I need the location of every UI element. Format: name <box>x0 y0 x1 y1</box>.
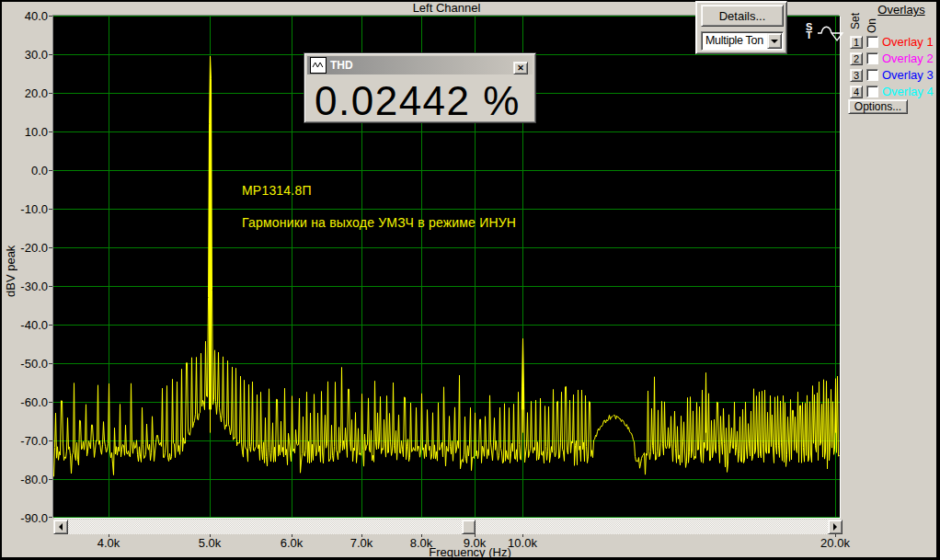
scrollbar-left-arrow[interactable] <box>53 520 68 534</box>
y-tick-label: 40.0 <box>7 9 48 23</box>
overlay-on-checkbox-4[interactable] <box>866 86 878 97</box>
y-tick-label: -10.0 <box>7 202 48 216</box>
y-tick-mark <box>49 402 52 403</box>
overlay-set-button-2[interactable]: 2 <box>850 52 863 65</box>
waveform-icon <box>310 57 327 74</box>
overlays-col-on: On <box>865 18 878 33</box>
y-tick-label: 10.0 <box>7 125 48 139</box>
details-button[interactable]: Details... <box>701 5 784 27</box>
y-tick-mark <box>49 54 52 55</box>
y-tick-label: 20.0 <box>7 86 48 100</box>
x-tick-label: 10.0k <box>495 536 550 550</box>
x-tick-label: 7.0k <box>334 536 389 550</box>
scrollbar-thumb[interactable] <box>462 520 476 534</box>
combobox-value: Multiple Ton <box>705 34 763 47</box>
y-tick-label: -20.0 <box>7 241 48 255</box>
y-tick-label: -90.0 <box>7 511 48 525</box>
overlay-label-2: Overlay 2 <box>882 51 934 65</box>
x-tick-label: 8.0k <box>394 536 449 550</box>
x-tick-label: 20.0k <box>808 536 863 550</box>
overlay-set-button-1[interactable]: 1 <box>850 36 863 49</box>
x-tick-label: 5.0k <box>182 536 237 550</box>
x-scrollbar-track[interactable] <box>53 520 843 534</box>
thd-value: 0.02442 % <box>315 78 521 124</box>
measurement-panel: Details... Multiple Ton <box>695 1 787 54</box>
y-tick-mark <box>49 286 52 287</box>
x-tick-label: 4.0k <box>81 536 136 550</box>
overlays-title: Overlays <box>868 3 934 17</box>
overlay-on-checkbox-3[interactable] <box>866 69 878 81</box>
y-axis-title: dBV peak <box>4 211 17 331</box>
measurement-mode-combobox[interactable]: Multiple Ton <box>701 31 784 51</box>
thd-window: THD ✕ 0.02442 % <box>304 52 536 123</box>
y-tick-mark <box>49 479 52 480</box>
y-tick-mark <box>49 517 52 518</box>
y-tick-label: -40.0 <box>7 318 48 332</box>
overlay-label-3: Overlay 3 <box>882 68 934 82</box>
x-scrollbar[interactable] <box>53 520 843 534</box>
options-button[interactable]: Options... <box>848 99 908 114</box>
y-tick-label: 0.0 <box>7 164 48 177</box>
thd-window-titlebar[interactable]: THD ✕ <box>307 56 533 74</box>
y-tick-mark <box>49 16 52 17</box>
plot-annotation-model: МР1314.8П <box>242 183 312 198</box>
overlay-label-1: Overlay 1 <box>882 35 934 49</box>
overlay-label-4: Overlay 4 <box>882 85 934 98</box>
thd-window-title: THD <box>330 59 353 72</box>
scrollbar-right-arrow[interactable] <box>828 520 843 534</box>
combobox-dropdown-button[interactable] <box>767 33 782 49</box>
plot-annotation-description: Гармоники на выходе УМЗЧ в режиме ИНУН <box>242 215 516 230</box>
overlay-on-checkbox-1[interactable] <box>866 36 878 48</box>
overlay-on-checkbox-2[interactable] <box>866 52 878 64</box>
y-tick-label: -60.0 <box>7 395 48 409</box>
y-tick-mark <box>49 93 52 94</box>
close-icon[interactable]: ✕ <box>513 62 528 74</box>
y-tick-mark <box>49 131 52 132</box>
y-tick-label: 30.0 <box>7 48 48 62</box>
overlay-set-button-3[interactable]: 3 <box>850 69 863 82</box>
y-tick-label: -30.0 <box>7 280 48 293</box>
y-tick-mark <box>49 440 52 441</box>
x-tick-label: 6.0k <box>264 536 319 550</box>
y-tick-label: -80.0 <box>7 473 48 486</box>
y-tick-mark <box>49 170 52 171</box>
y-tick-label: -70.0 <box>7 434 48 448</box>
sweep-tone-icon: ST <box>806 23 812 40</box>
y-tick-mark <box>49 209 52 210</box>
overlays-col-set: Set <box>849 13 862 29</box>
overlay-set-button-4[interactable]: 4 <box>850 86 863 98</box>
y-tick-mark <box>49 363 52 364</box>
y-tick-mark <box>49 247 52 248</box>
y-tick-mark <box>49 325 52 326</box>
sine-wave-icon <box>818 24 845 42</box>
x-tick-label: 9.0k <box>447 536 502 550</box>
y-tick-label: -50.0 <box>7 357 48 371</box>
